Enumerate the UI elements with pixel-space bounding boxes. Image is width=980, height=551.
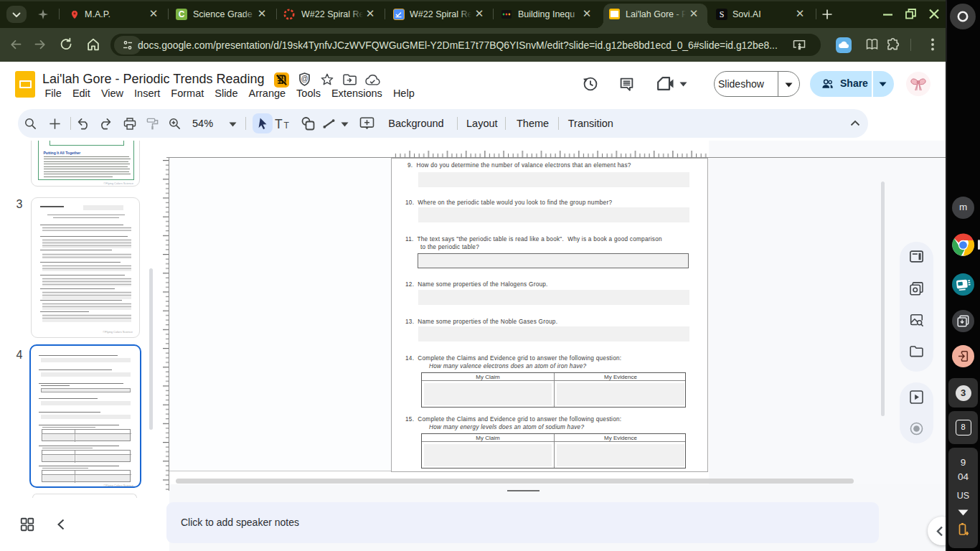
svg-text:T: T (284, 121, 290, 131)
svg-text:@: @ (301, 75, 308, 83)
svg-text:T: T (275, 118, 283, 131)
